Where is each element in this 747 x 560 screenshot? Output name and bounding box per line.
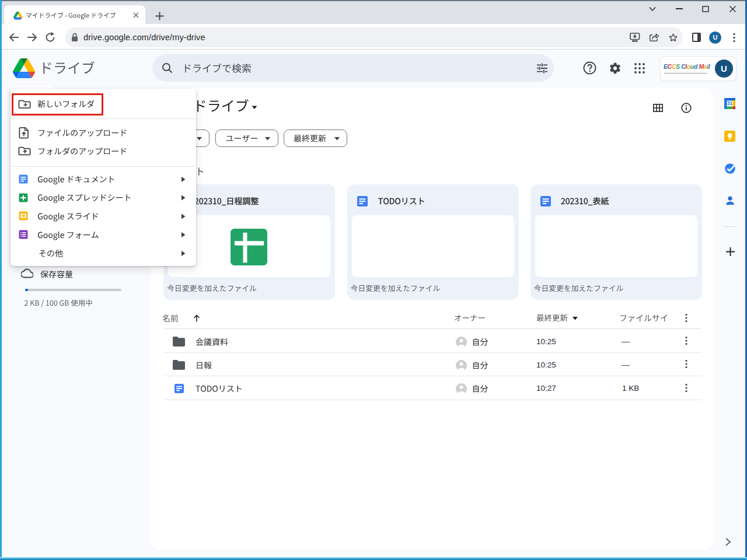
svg-text:31: 31 — [727, 101, 733, 106]
